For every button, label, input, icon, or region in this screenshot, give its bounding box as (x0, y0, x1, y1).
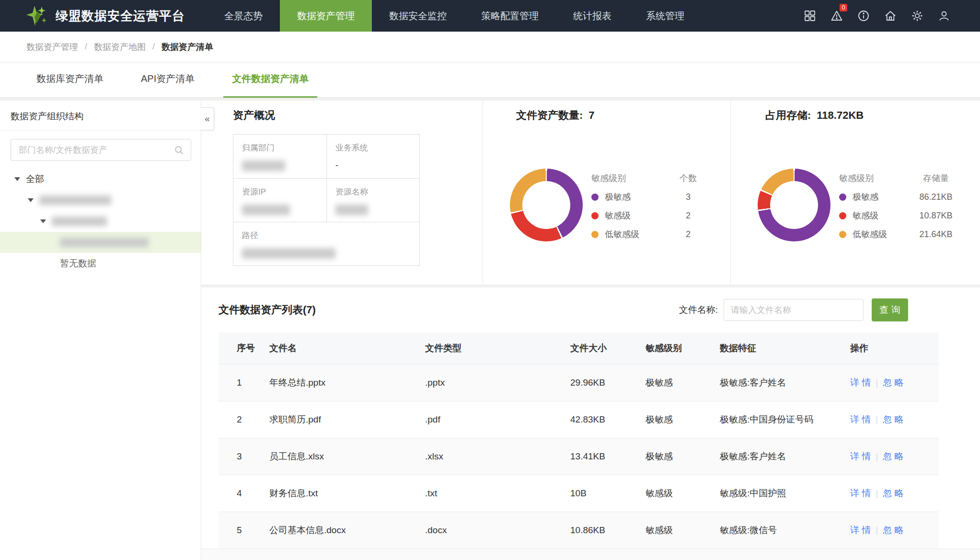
file-table: 序号文件名文件类型文件大小敏感级别数据特征操作 1年终总结.pptx.pptx2… (219, 332, 939, 549)
tab-bar: 数据库资产清单API资产清单文件数据资产清单 (0, 62, 980, 98)
top-navbar: 绿盟数据安全运营平台 全景态势数据资产管理数据安全监控策略配置管理统计报表系统管… (0, 0, 980, 32)
action-separator: | (876, 525, 878, 535)
legend-header-value: 存储量 (911, 172, 961, 184)
tree-expand-caret-icon[interactable] (40, 219, 46, 223)
table-column-header: 文件大小 (570, 332, 645, 364)
legend-header-value: 个数 (663, 172, 713, 184)
legend-item: 极敏感 (591, 191, 663, 203)
breadcrumb-item: 数据资产清单 (161, 41, 213, 53)
breadcrumb-separator: / (152, 42, 155, 52)
grid-apps-icon[interactable] (804, 10, 816, 22)
redacted-value (242, 248, 335, 259)
action-separator: | (876, 451, 878, 461)
tree-node-label: 全部 (26, 173, 44, 185)
breadcrumb-item[interactable]: 数据资产地图 (94, 41, 146, 53)
detail-link[interactable]: 详 情 (850, 377, 871, 388)
storage-title: 占用存储:118.72KB (765, 108, 864, 123)
file-type: .docx (425, 512, 570, 549)
tab-item[interactable]: API资产清单 (132, 72, 203, 97)
tree-node[interactable] (0, 190, 201, 211)
legend-item: 敏感级 (839, 210, 911, 221)
query-button[interactable]: 查 询 (872, 298, 908, 321)
overview-field-label: 归属部门 (242, 142, 318, 153)
nav-item[interactable]: 数据资产管理 (280, 0, 372, 32)
tree-search-input[interactable] (18, 145, 174, 156)
ignore-link[interactable]: 忽 略 (883, 525, 903, 535)
tree-node-selected[interactable] (0, 232, 201, 253)
nav-item[interactable]: 全景态势 (207, 0, 280, 32)
sensitive-level: 极敏感 (645, 401, 719, 438)
file-size: 10B (570, 475, 645, 512)
main-nav: 全景态势数据资产管理数据安全监控策略配置管理统计报表系统管理 (207, 0, 702, 32)
legend-dot-icon (839, 194, 846, 201)
file-size: 42.83KB (570, 401, 645, 438)
overview-field-label: 资源IP (242, 186, 318, 197)
storage-panel: 占用存储:118.72KB 敏感级别存储量极敏感86.21KB敏感级10.87K… (731, 101, 980, 285)
tab-active[interactable]: 文件数据资产清单 (223, 72, 317, 97)
ignore-link[interactable]: 忽 略 (883, 451, 903, 461)
file-type: .txt (425, 475, 570, 512)
tree-node-label: 暂无数据 (60, 257, 96, 270)
file-type: .pptx (425, 364, 570, 401)
action-separator: | (876, 414, 878, 424)
legend-dot-icon (839, 231, 846, 238)
action-separator: | (876, 377, 878, 388)
overview-field-label: 业务系统 (335, 142, 411, 153)
file-size: 13.41KB (570, 438, 645, 475)
legend-item: 敏感级 (591, 210, 663, 221)
info-icon[interactable] (857, 10, 870, 22)
navbar-icons: 0 (804, 10, 980, 22)
nav-item[interactable]: 数据安全监控 (372, 0, 464, 32)
file-list-title: 文件数据资产列表(7) (219, 303, 316, 317)
tree-node[interactable] (0, 211, 201, 232)
legend-item-name: 敏感级 (605, 210, 631, 221)
alarm-icon[interactable]: 0 (830, 10, 843, 22)
home-icon[interactable] (884, 10, 897, 22)
tab-item[interactable]: 数据库资产清单 (28, 72, 112, 97)
data-feature: 极敏感:客户姓名 (719, 364, 850, 401)
settings-gear-icon[interactable] (911, 10, 923, 22)
legend-item-value: 10.87KB (911, 211, 961, 221)
detail-link[interactable]: 详 情 (850, 451, 871, 461)
brand-title: 绿盟数据安全运营平台 (56, 8, 185, 24)
detail-link[interactable]: 详 情 (850, 414, 871, 424)
tree-expand-caret-icon[interactable] (28, 198, 34, 202)
row-index: 1 (219, 364, 269, 401)
legend-item-value: 86.21KB (911, 192, 961, 202)
legend-header-label: 敏感级别 (839, 172, 911, 184)
org-tree: 全部暂无数据 (0, 169, 201, 274)
ignore-link[interactable]: 忽 略 (883, 488, 903, 498)
file-size: 29.96KB (570, 364, 645, 401)
ignore-link[interactable]: 忽 略 (883, 414, 903, 424)
org-tree-panel: 数据资产组织结构 全部暂无数据 (0, 101, 201, 560)
file-size: 10.86KB (570, 512, 645, 549)
legend-item-name: 极敏感 (605, 191, 631, 203)
sidebar-collapse-button[interactable]: « (201, 107, 214, 130)
nav-item[interactable]: 系统管理 (629, 0, 702, 32)
table-column-header: 操作 (850, 332, 939, 364)
file-count-legend: 敏感级别个数极敏感3敏感级2低敏感级2 (591, 172, 713, 240)
action-separator: | (876, 488, 878, 498)
detail-link[interactable]: 详 情 (850, 488, 871, 498)
breadcrumb: 数据资产管理/数据资产地图/数据资产清单 (0, 32, 980, 62)
redacted-value (335, 205, 368, 215)
sensitive-level: 极敏感 (645, 438, 719, 475)
file-search-group: 文件名称: 查 询 (679, 298, 908, 321)
ignore-link[interactable]: 忽 略 (883, 377, 903, 388)
redacted-value (242, 160, 285, 171)
main-area: « 资产概况 归属部门业务系统-资源IP资源名称路径 文件资产数量:7 敏感级别… (201, 101, 980, 560)
file-name: 公司基本信息.docx (269, 512, 425, 549)
tree-node[interactable]: 全部 (0, 169, 201, 190)
tree-expand-caret-icon[interactable] (14, 177, 20, 181)
legend-grid: 敏感级别个数极敏感3敏感级2低敏感级2 (591, 172, 713, 240)
table-row: 3员工信息.xlsx.xlsx13.41KB极敏感极敏感:客户姓名详 情|忽 略 (219, 438, 939, 475)
breadcrumb-item[interactable]: 数据资产管理 (26, 41, 78, 53)
detail-link[interactable]: 详 情 (850, 525, 871, 535)
nav-item[interactable]: 策略配置管理 (464, 0, 556, 32)
table-row: 2求职简历.pdf.pdf42.83KB极敏感极敏感:中国身份证号码详 情|忽 … (219, 401, 939, 438)
nav-item[interactable]: 统计报表 (556, 0, 629, 32)
table-row-partial (201, 549, 980, 560)
file-search-input[interactable] (724, 299, 864, 321)
user-icon[interactable] (938, 10, 950, 22)
search-icon[interactable] (174, 145, 184, 155)
